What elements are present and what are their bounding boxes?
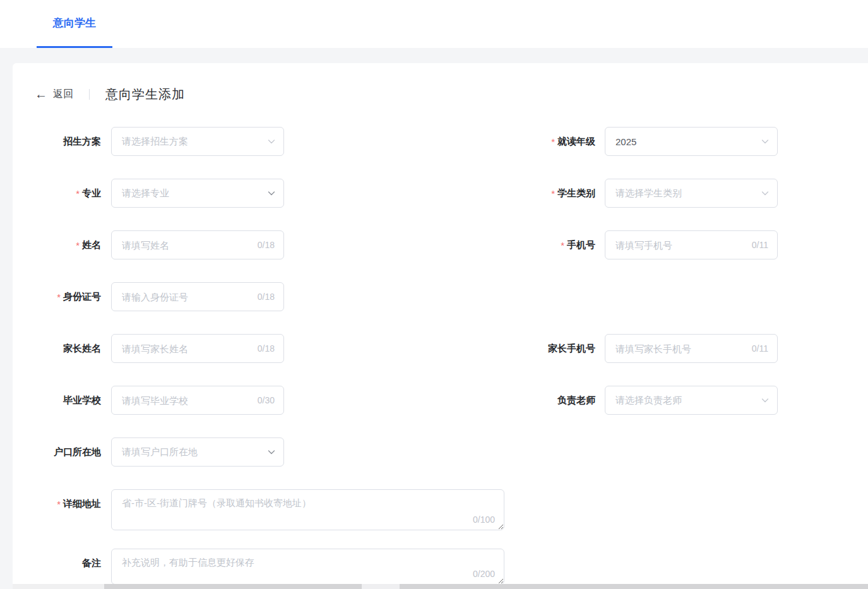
required-asterisk: * bbox=[76, 188, 80, 199]
field-xiangxi-dizhi: *详细地址 0/100 bbox=[13, 489, 504, 530]
form-card: ← 返回 意向学生添加 招生方案 请选择招生方案 bbox=[13, 63, 868, 589]
required-asterisk: * bbox=[551, 136, 555, 147]
jiazhang-xingming-label: 家长姓名 bbox=[13, 334, 111, 363]
page: 意向学生 ← 返回 意向学生添加 招生方案 请选择招生方案 bbox=[0, 0, 868, 589]
field-xuesheng-leibie: *学生类别 请选择学生类别 bbox=[436, 179, 778, 208]
shoujihao-label: *手机号 bbox=[436, 230, 605, 259]
jiazhang-shoujihao-label: 家长手机号 bbox=[436, 334, 605, 363]
shenfenzhenghao-inputwrap: 0/18 bbox=[111, 282, 284, 311]
card-header: ← 返回 意向学生添加 bbox=[35, 85, 185, 104]
char-counter: 0/18 bbox=[255, 343, 275, 354]
form-row: *身份证号 0/18 bbox=[13, 282, 868, 311]
chevron-down-icon bbox=[761, 396, 770, 405]
xingming-label: *姓名 bbox=[13, 230, 111, 259]
back-button[interactable]: ← 返回 bbox=[35, 88, 73, 101]
chevron-down-icon bbox=[267, 189, 276, 198]
xuesheng-leibie-select[interactable]: 请选择学生类别 bbox=[605, 179, 778, 208]
field-shoujihao: *手机号 0/11 bbox=[436, 230, 778, 259]
jiudu-nianji-select[interactable]: 2025 bbox=[605, 127, 778, 156]
char-counter: 0/30 bbox=[255, 395, 275, 405]
beizhu-label: 备注 bbox=[13, 549, 111, 578]
hukou-suozaidi-label: 户口所在地 bbox=[13, 437, 111, 467]
field-jiazhang-shoujihao: 家长手机号 0/11 bbox=[436, 334, 778, 363]
beizhu-textareawrap: 0/200 bbox=[111, 549, 504, 585]
content-background: ← 返回 意向学生添加 招生方案 请选择招生方案 bbox=[0, 48, 868, 589]
char-counter: 0/100 bbox=[470, 515, 495, 525]
field-zhaosheng-fangan: 招生方案 请选择招生方案 bbox=[13, 127, 284, 156]
required-asterisk: * bbox=[57, 499, 61, 509]
tab-bar: 意向学生 bbox=[0, 0, 868, 48]
chevron-down-icon bbox=[761, 137, 770, 146]
char-counter: 0/18 bbox=[255, 240, 275, 250]
xiangxi-dizhi-label: *详细地址 bbox=[13, 489, 111, 518]
xiangxi-dizhi-textarea[interactable] bbox=[112, 490, 504, 530]
xuesheng-leibie-label: *学生类别 bbox=[436, 179, 605, 208]
xiangxi-dizhi-textareawrap: 0/100 bbox=[111, 489, 504, 530]
fuze-laoshi-label: 负责老师 bbox=[436, 386, 605, 415]
char-counter: 0/200 bbox=[470, 569, 495, 579]
tab-intent-students[interactable]: 意向学生 bbox=[37, 0, 112, 48]
chevron-down-icon bbox=[267, 137, 276, 146]
field-jiudu-nianji: *就读年级 2025 bbox=[436, 127, 778, 156]
field-fuze-laoshi: 负责老师 请选择负责老师 bbox=[436, 386, 778, 415]
page-title: 意向学生添加 bbox=[105, 86, 185, 103]
shoujihao-inputwrap: 0/11 bbox=[605, 230, 778, 259]
scrollbar-track[interactable] bbox=[13, 584, 104, 589]
required-asterisk: * bbox=[561, 240, 564, 251]
header-divider bbox=[89, 89, 90, 100]
field-beizhu: 备注 0/200 bbox=[13, 549, 504, 585]
jiazhang-shoujihao-inputwrap: 0/11 bbox=[605, 334, 778, 363]
required-asterisk: * bbox=[551, 188, 555, 199]
form-row: 毕业学校 0/30 负责老师 请选择负责老师 bbox=[13, 386, 868, 415]
field-jiazhang-xingming: 家长姓名 0/18 bbox=[13, 334, 284, 363]
horizontal-scrollbar[interactable] bbox=[0, 584, 868, 589]
hukou-suozaidi-select[interactable]: 请填写户口所在地 bbox=[111, 437, 284, 467]
scrollbar-track[interactable] bbox=[362, 584, 400, 589]
field-shenfenzhenghao: *身份证号 0/18 bbox=[13, 282, 284, 311]
back-label: 返回 bbox=[53, 88, 73, 101]
chevron-down-icon bbox=[267, 448, 276, 456]
form-row: *详细地址 0/100 bbox=[13, 489, 868, 530]
chevron-down-icon bbox=[761, 189, 770, 198]
form-row: 招生方案 请选择招生方案 *就读年级 2025 bbox=[13, 127, 868, 156]
field-xingming: *姓名 0/18 bbox=[13, 230, 284, 259]
intent-student-form: 招生方案 请选择招生方案 *就读年级 2025 bbox=[13, 127, 868, 585]
shenfenzhenghao-label: *身份证号 bbox=[13, 282, 111, 311]
zhuanye-label: *专业 bbox=[13, 179, 111, 208]
tab-label: 意向学生 bbox=[53, 16, 96, 30]
zhaosheng-fangan-select[interactable]: 请选择招生方案 bbox=[111, 127, 284, 156]
zhaosheng-fangan-label: 招生方案 bbox=[13, 127, 111, 156]
form-row: 家长姓名 0/18 家长手机号 0/11 bbox=[13, 334, 868, 363]
scrollbar-thumb[interactable] bbox=[104, 584, 362, 589]
back-arrow-icon: ← bbox=[35, 88, 47, 100]
zhuanye-select[interactable]: 请选择专业 bbox=[111, 179, 284, 208]
required-asterisk: * bbox=[76, 240, 80, 251]
field-hukou-suozaidi: 户口所在地 请填写户口所在地 bbox=[13, 437, 284, 467]
scrollbar-thumb[interactable] bbox=[400, 584, 868, 589]
jiazhang-xingming-inputwrap: 0/18 bbox=[111, 334, 284, 363]
form-row: *姓名 0/18 *手机号 0/11 bbox=[13, 230, 868, 259]
required-asterisk: * bbox=[57, 292, 61, 302]
field-zhuanye: *专业 请选择专业 bbox=[13, 179, 284, 208]
char-counter: 0/18 bbox=[255, 292, 275, 302]
fuze-laoshi-select[interactable]: 请选择负责老师 bbox=[605, 386, 778, 415]
char-counter: 0/11 bbox=[749, 343, 768, 354]
form-row: 户口所在地 请填写户口所在地 bbox=[13, 437, 868, 467]
form-row: *专业 请选择专业 *学生类别 请选择学生类别 bbox=[13, 179, 868, 208]
beizhu-textarea[interactable] bbox=[112, 549, 504, 584]
char-counter: 0/11 bbox=[749, 240, 768, 250]
xingming-inputwrap: 0/18 bbox=[111, 230, 284, 259]
biye-xuexiao-inputwrap: 0/30 bbox=[111, 386, 284, 415]
biye-xuexiao-label: 毕业学校 bbox=[13, 386, 111, 415]
field-biye-xuexiao: 毕业学校 0/30 bbox=[13, 386, 284, 415]
form-row: 备注 0/200 bbox=[13, 549, 868, 585]
jiudu-nianji-label: *就读年级 bbox=[436, 127, 605, 156]
